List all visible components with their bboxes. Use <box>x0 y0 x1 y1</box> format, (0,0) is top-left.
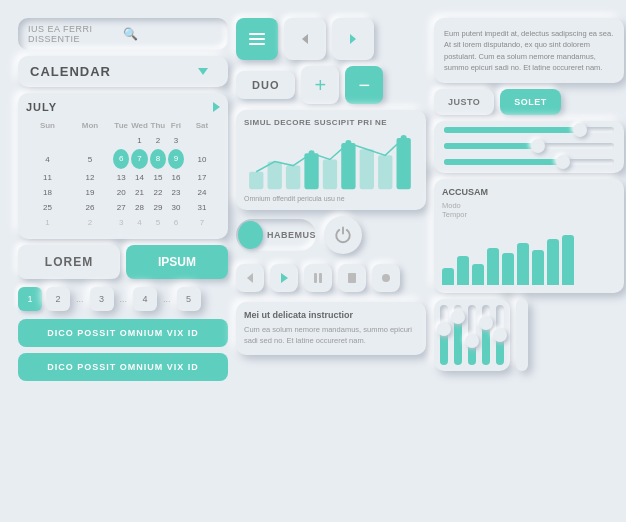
cal-day[interactable]: 2 <box>69 216 111 229</box>
v-slider-wrap[interactable] <box>482 305 490 365</box>
media-record[interactable] <box>372 264 400 292</box>
cal-day[interactable]: 2 <box>150 134 166 147</box>
cal-day[interactable]: 6 <box>168 216 184 229</box>
page-4[interactable]: 4 <box>133 287 157 311</box>
slider-2-thumb[interactable] <box>531 139 545 153</box>
slider-2[interactable] <box>444 143 614 151</box>
power-button[interactable] <box>324 216 362 254</box>
v-thumb[interactable] <box>465 334 479 348</box>
media-prev[interactable] <box>236 264 264 292</box>
cal-day[interactable]: 1 <box>131 134 148 147</box>
calendar-next-arrow[interactable] <box>213 102 220 112</box>
cal-day[interactable]: 3 <box>113 216 129 229</box>
cal-day[interactable]: 15 <box>150 171 166 184</box>
cal-day[interactable]: 28 <box>131 201 148 214</box>
cal-day[interactable]: 8 <box>150 149 166 169</box>
cal-day[interactable]: 27 <box>113 201 129 214</box>
chart-caption: Omnium offendit pericula usu ne <box>244 195 418 202</box>
bar-col <box>487 248 499 286</box>
menu-button[interactable] <box>236 18 278 60</box>
page-1[interactable]: 1 <box>18 287 42 311</box>
svg-point-13 <box>401 135 407 141</box>
search-icon[interactable]: 🔍 <box>123 27 218 41</box>
v-slider-wrap[interactable] <box>440 305 448 365</box>
cal-day[interactable]: 18 <box>28 186 67 199</box>
cal-day[interactable]: 22 <box>150 186 166 199</box>
duo-button[interactable]: DUO <box>236 71 295 99</box>
cal-day[interactable]: 21 <box>131 186 148 199</box>
dico-button-2[interactable]: DICO POSSIT OMNIUM VIX ID <box>18 353 228 381</box>
page-2[interactable]: 2 <box>46 287 70 311</box>
cal-day[interactable] <box>69 134 111 147</box>
text-block: Eum putent impedit at, delectus sadipsci… <box>434 18 624 83</box>
svg-marker-14 <box>247 273 253 283</box>
cal-day[interactable]: 31 <box>186 201 218 214</box>
bar-rect <box>502 253 514 285</box>
cal-day[interactable]: 14 <box>131 171 148 184</box>
cal-header-mon: Mon <box>69 119 111 132</box>
media-stop[interactable] <box>338 264 366 292</box>
page-3[interactable]: 3 <box>90 287 114 311</box>
cal-day[interactable]: 30 <box>168 201 184 214</box>
slider-1[interactable] <box>444 127 614 135</box>
cal-day[interactable]: 12 <box>69 171 111 184</box>
slider-3-thumb[interactable] <box>556 155 570 169</box>
cal-day[interactable]: 23 <box>168 186 184 199</box>
media-pause[interactable] <box>304 264 332 292</box>
slider-2-fill <box>444 143 538 149</box>
tab-justo[interactable]: JUSTO <box>434 89 494 115</box>
next-arrow-button[interactable] <box>332 18 374 60</box>
cal-day[interactable]: 29 <box>150 201 166 214</box>
cal-day[interactable]: 13 <box>113 171 129 184</box>
cal-day[interactable]: 7 <box>186 216 218 229</box>
cal-day[interactable]: 11 <box>28 171 67 184</box>
cal-day[interactable]: 3 <box>168 134 184 147</box>
slider-1-thumb[interactable] <box>573 123 587 137</box>
cal-day[interactable]: 4 <box>131 216 148 229</box>
calendar-dropdown-icon[interactable] <box>198 68 208 75</box>
cal-day[interactable]: 1 <box>28 216 67 229</box>
bar-rect <box>517 243 529 285</box>
v-slider-wrap[interactable] <box>454 305 462 365</box>
v-thumb[interactable] <box>479 316 493 330</box>
cal-day[interactable]: 25 <box>28 201 67 214</box>
v-slider-wrap[interactable] <box>496 305 504 365</box>
cal-day[interactable]: 6 <box>113 149 129 169</box>
plus-button[interactable]: + <box>301 66 339 104</box>
main-container: IUS EA FERRI DISSENTIE 🔍 CALENDAR JULY S… <box>10 10 616 512</box>
cal-day[interactable]: 24 <box>186 186 218 199</box>
column-1: IUS EA FERRI DISSENTIE 🔍 CALENDAR JULY S… <box>18 18 228 504</box>
v-thumb[interactable] <box>451 310 465 324</box>
toggle-switch[interactable]: HABEMUS <box>236 219 316 251</box>
cal-day[interactable]: 5 <box>69 149 111 169</box>
cal-day[interactable] <box>113 134 129 147</box>
prev-arrow-button[interactable] <box>284 18 326 60</box>
cal-day[interactable]: 19 <box>69 186 111 199</box>
v-thumb[interactable] <box>437 322 451 336</box>
v-slider-wrap[interactable] <box>468 305 476 365</box>
ipsum-button[interactable]: IPSUM <box>126 245 228 279</box>
cal-day[interactable]: 10 <box>186 149 218 169</box>
cal-day[interactable]: 20 <box>113 186 129 199</box>
v-thumb[interactable] <box>493 328 507 342</box>
cal-day[interactable]: 26 <box>69 201 111 214</box>
lorem-button[interactable]: LOREM <box>18 245 120 279</box>
svg-rect-7 <box>341 143 355 189</box>
calendar-widget: JULY Sun Mon Tue Wed Thu Fri Sat 123 <box>18 93 228 239</box>
v-track <box>496 305 504 365</box>
cal-day[interactable]: 7 <box>131 149 148 169</box>
bar-col <box>502 253 514 285</box>
search-bar[interactable]: IUS EA FERRI DISSENTIE 🔍 <box>18 18 228 50</box>
cal-day[interactable]: 4 <box>28 149 67 169</box>
dico-button-1[interactable]: DICO POSSIT OMNIUM VIX ID <box>18 319 228 347</box>
media-play[interactable] <box>270 264 298 292</box>
cal-day[interactable] <box>28 134 67 147</box>
cal-day[interactable]: 17 <box>186 171 218 184</box>
tab-solet[interactable]: SOLET <box>500 89 561 115</box>
cal-day[interactable]: 16 <box>168 171 184 184</box>
cal-day[interactable]: 9 <box>168 149 184 169</box>
slider-3[interactable] <box>444 159 614 167</box>
cal-day[interactable]: 5 <box>150 216 166 229</box>
page-5[interactable]: 5 <box>177 287 201 311</box>
minus-button[interactable]: − <box>345 66 383 104</box>
